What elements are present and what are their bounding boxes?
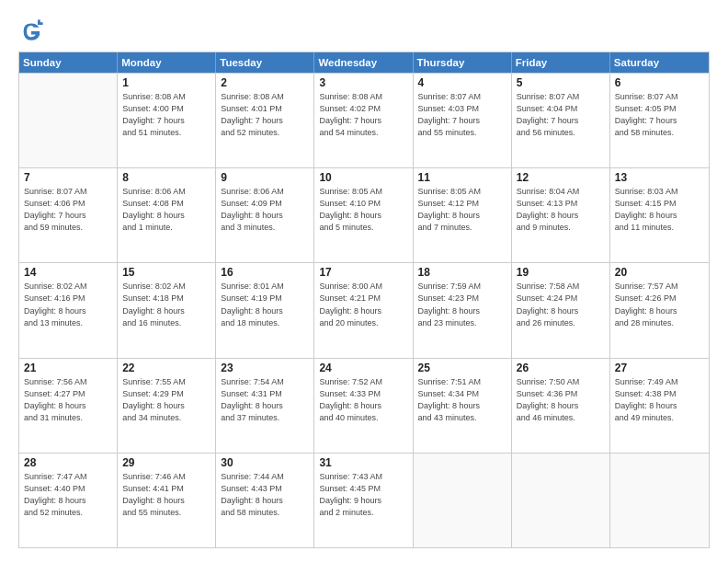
day-cell-18: 18Sunrise: 7:59 AM Sunset: 4:23 PM Dayli… xyxy=(414,263,512,357)
day-cell-31: 31Sunrise: 7:43 AM Sunset: 4:45 PM Dayli… xyxy=(314,454,413,547)
day-cell-4: 4Sunrise: 8:07 AM Sunset: 4:03 PM Daylig… xyxy=(414,74,512,167)
day-info: Sunrise: 7:43 AM Sunset: 4:45 PM Dayligh… xyxy=(319,471,407,519)
day-number: 23 xyxy=(221,362,309,374)
day-cell-26: 26Sunrise: 7:50 AM Sunset: 4:36 PM Dayli… xyxy=(512,359,610,453)
day-info: Sunrise: 8:07 AM Sunset: 4:03 PM Dayligh… xyxy=(418,91,506,139)
day-info: Sunrise: 7:56 AM Sunset: 4:27 PM Dayligh… xyxy=(24,376,112,424)
week-row-5: 28Sunrise: 7:47 AM Sunset: 4:40 PM Dayli… xyxy=(19,453,709,547)
day-info: Sunrise: 8:02 AM Sunset: 4:16 PM Dayligh… xyxy=(24,281,112,328)
day-number: 30 xyxy=(221,456,309,469)
day-number: 31 xyxy=(319,456,407,469)
day-number: 13 xyxy=(615,171,704,184)
day-cell-8: 8Sunrise: 8:06 AM Sunset: 4:08 PM Daylig… xyxy=(118,168,216,262)
day-info: Sunrise: 8:06 AM Sunset: 4:08 PM Dayligh… xyxy=(122,186,210,234)
day-info: Sunrise: 8:08 AM Sunset: 4:00 PM Dayligh… xyxy=(122,91,210,139)
empty-cell xyxy=(512,454,610,547)
day-info: Sunrise: 8:01 AM Sunset: 4:19 PM Dayligh… xyxy=(221,281,309,328)
day-number: 24 xyxy=(319,362,407,374)
day-number: 22 xyxy=(122,362,210,374)
day-cell-10: 10Sunrise: 8:05 AM Sunset: 4:10 PM Dayli… xyxy=(314,168,413,262)
day-number: 25 xyxy=(418,362,506,374)
header-day-thursday: Thursday xyxy=(414,52,512,73)
day-cell-9: 9Sunrise: 8:06 AM Sunset: 4:09 PM Daylig… xyxy=(216,168,314,262)
day-info: Sunrise: 8:02 AM Sunset: 4:18 PM Dayligh… xyxy=(122,281,210,328)
day-info: Sunrise: 8:08 AM Sunset: 4:01 PM Dayligh… xyxy=(221,91,309,139)
week-row-2: 7Sunrise: 8:07 AM Sunset: 4:06 PM Daylig… xyxy=(19,167,709,262)
day-number: 16 xyxy=(221,266,309,279)
day-cell-19: 19Sunrise: 7:58 AM Sunset: 4:24 PM Dayli… xyxy=(512,263,610,357)
day-number: 20 xyxy=(615,266,704,279)
day-number: 15 xyxy=(122,266,210,279)
empty-cell xyxy=(414,454,512,547)
day-number: 12 xyxy=(517,171,605,184)
day-number: 10 xyxy=(319,171,407,184)
day-cell-13: 13Sunrise: 8:03 AM Sunset: 4:15 PM Dayli… xyxy=(610,168,709,262)
day-number: 26 xyxy=(517,362,605,374)
day-number: 1 xyxy=(122,76,210,89)
week-row-1: 1Sunrise: 8:08 AM Sunset: 4:00 PM Daylig… xyxy=(19,73,709,167)
day-cell-3: 3Sunrise: 8:08 AM Sunset: 4:02 PM Daylig… xyxy=(314,74,413,167)
empty-cell xyxy=(610,454,709,547)
day-number: 29 xyxy=(122,456,210,469)
header-day-friday: Friday xyxy=(512,52,610,73)
day-number: 19 xyxy=(517,266,605,279)
day-number: 28 xyxy=(24,456,112,469)
day-cell-21: 21Sunrise: 7:56 AM Sunset: 4:27 PM Dayli… xyxy=(19,359,118,453)
logo xyxy=(18,18,48,44)
day-cell-22: 22Sunrise: 7:55 AM Sunset: 4:29 PM Dayli… xyxy=(118,359,216,453)
header xyxy=(18,15,710,44)
week-row-4: 21Sunrise: 7:56 AM Sunset: 4:27 PM Dayli… xyxy=(19,358,709,453)
day-cell-12: 12Sunrise: 8:04 AM Sunset: 4:13 PM Dayli… xyxy=(512,168,610,262)
empty-cell xyxy=(19,74,118,167)
header-day-saturday: Saturday xyxy=(610,52,709,73)
day-cell-24: 24Sunrise: 7:52 AM Sunset: 4:33 PM Dayli… xyxy=(314,359,413,453)
day-info: Sunrise: 8:03 AM Sunset: 4:15 PM Dayligh… xyxy=(615,186,704,234)
day-info: Sunrise: 7:57 AM Sunset: 4:26 PM Dayligh… xyxy=(615,281,704,328)
day-info: Sunrise: 7:50 AM Sunset: 4:36 PM Dayligh… xyxy=(517,376,605,424)
page: SundayMondayTuesdayWednesdayThursdayFrid… xyxy=(0,0,728,563)
day-info: Sunrise: 8:04 AM Sunset: 4:13 PM Dayligh… xyxy=(517,186,605,234)
day-info: Sunrise: 7:52 AM Sunset: 4:33 PM Dayligh… xyxy=(319,376,407,424)
header-day-tuesday: Tuesday xyxy=(216,52,314,73)
day-cell-1: 1Sunrise: 8:08 AM Sunset: 4:00 PM Daylig… xyxy=(118,74,216,167)
day-cell-30: 30Sunrise: 7:44 AM Sunset: 4:43 PM Dayli… xyxy=(216,454,314,547)
day-info: Sunrise: 7:54 AM Sunset: 4:31 PM Dayligh… xyxy=(221,376,309,424)
day-number: 8 xyxy=(122,171,210,184)
day-info: Sunrise: 8:08 AM Sunset: 4:02 PM Dayligh… xyxy=(319,91,407,139)
day-info: Sunrise: 8:06 AM Sunset: 4:09 PM Dayligh… xyxy=(221,186,309,234)
day-info: Sunrise: 8:00 AM Sunset: 4:21 PM Dayligh… xyxy=(319,281,407,328)
day-cell-14: 14Sunrise: 8:02 AM Sunset: 4:16 PM Dayli… xyxy=(19,263,118,357)
day-info: Sunrise: 7:47 AM Sunset: 4:40 PM Dayligh… xyxy=(24,471,112,519)
day-number: 11 xyxy=(418,171,506,184)
day-info: Sunrise: 8:05 AM Sunset: 4:12 PM Dayligh… xyxy=(418,186,506,234)
day-number: 14 xyxy=(24,266,112,279)
day-info: Sunrise: 8:05 AM Sunset: 4:10 PM Dayligh… xyxy=(319,186,407,234)
day-info: Sunrise: 7:58 AM Sunset: 4:24 PM Dayligh… xyxy=(517,281,605,328)
day-cell-7: 7Sunrise: 8:07 AM Sunset: 4:06 PM Daylig… xyxy=(19,168,118,262)
day-info: Sunrise: 8:07 AM Sunset: 4:04 PM Dayligh… xyxy=(517,91,605,139)
logo-icon xyxy=(18,18,44,44)
day-number: 21 xyxy=(24,362,112,374)
day-cell-28: 28Sunrise: 7:47 AM Sunset: 4:40 PM Dayli… xyxy=(19,454,118,547)
day-info: Sunrise: 8:07 AM Sunset: 4:05 PM Dayligh… xyxy=(615,91,704,139)
calendar-body: 1Sunrise: 8:08 AM Sunset: 4:00 PM Daylig… xyxy=(19,73,709,547)
day-info: Sunrise: 7:51 AM Sunset: 4:34 PM Dayligh… xyxy=(418,376,506,424)
day-number: 27 xyxy=(615,362,704,374)
day-number: 9 xyxy=(221,171,309,184)
day-number: 2 xyxy=(221,76,309,89)
day-number: 17 xyxy=(319,266,407,279)
day-cell-20: 20Sunrise: 7:57 AM Sunset: 4:26 PM Dayli… xyxy=(610,263,709,357)
day-info: Sunrise: 7:46 AM Sunset: 4:41 PM Dayligh… xyxy=(122,471,210,519)
header-day-sunday: Sunday xyxy=(19,52,118,73)
day-info: Sunrise: 8:07 AM Sunset: 4:06 PM Dayligh… xyxy=(24,186,112,234)
header-day-monday: Monday xyxy=(118,52,216,73)
day-cell-25: 25Sunrise: 7:51 AM Sunset: 4:34 PM Dayli… xyxy=(414,359,512,453)
day-cell-6: 6Sunrise: 8:07 AM Sunset: 4:05 PM Daylig… xyxy=(610,74,709,167)
day-number: 7 xyxy=(24,171,112,184)
calendar-header: SundayMondayTuesdayWednesdayThursdayFrid… xyxy=(19,52,709,73)
calendar: SundayMondayTuesdayWednesdayThursdayFrid… xyxy=(18,52,710,548)
day-number: 5 xyxy=(517,76,605,89)
day-cell-29: 29Sunrise: 7:46 AM Sunset: 4:41 PM Dayli… xyxy=(118,454,216,547)
day-cell-5: 5Sunrise: 8:07 AM Sunset: 4:04 PM Daylig… xyxy=(512,74,610,167)
day-number: 18 xyxy=(418,266,506,279)
